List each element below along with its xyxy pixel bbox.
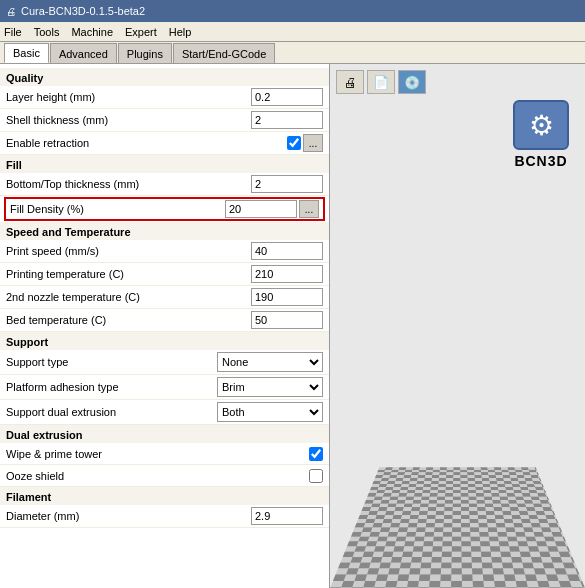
- tab-plugins[interactable]: Plugins: [118, 43, 172, 63]
- btn-fill-density-dots[interactable]: ...: [299, 200, 319, 218]
- row-platform-adhesion: Platform adhesion type None Brim Raft: [0, 375, 329, 400]
- left-panel: Quality Layer height (mm) Shell thicknes…: [0, 64, 330, 588]
- input-print-temp[interactable]: [251, 265, 323, 283]
- btn-retraction-dots[interactable]: ...: [303, 134, 323, 152]
- checkerboard-floor: [330, 467, 585, 588]
- row-print-speed: Print speed (mm/s): [0, 240, 329, 263]
- row-print-temp: Printing temperature (C): [0, 263, 329, 286]
- label-print-speed: Print speed (mm/s): [6, 245, 251, 257]
- select-support-type[interactable]: None Touching buildplate Everywhere: [217, 352, 323, 372]
- section-support: Support: [0, 332, 329, 350]
- input-bottom-top-thickness[interactable]: [251, 175, 323, 193]
- row-support-type: Support type None Touching buildplate Ev…: [0, 350, 329, 375]
- checkbox-enable-retraction[interactable]: [287, 136, 301, 150]
- select-platform-adhesion[interactable]: None Brim Raft: [217, 377, 323, 397]
- row-bed-temp: Bed temperature (C): [0, 309, 329, 332]
- main-layout: Quality Layer height (mm) Shell thicknes…: [0, 64, 585, 588]
- label-layer-height: Layer height (mm): [6, 91, 251, 103]
- title-bar: 🖨 Cura-BCN3D-0.1.5-beta2: [0, 0, 585, 22]
- label-print-temp: Printing temperature (C): [6, 268, 251, 280]
- input-fill-density[interactable]: [225, 200, 297, 218]
- section-quality: Quality: [0, 68, 329, 86]
- icon-disc: 💿: [398, 70, 426, 94]
- section-filament: Filament: [0, 487, 329, 505]
- label-wipe-prime: Wipe & prime tower: [6, 448, 309, 460]
- input-print-speed[interactable]: [251, 242, 323, 260]
- row-nozzle2-temp: 2nd nozzle temperature (C): [0, 286, 329, 309]
- input-shell-thickness[interactable]: [251, 111, 323, 129]
- row-layer-height: Layer height (mm): [0, 86, 329, 109]
- section-dual-extrusion: Dual extrusion: [0, 425, 329, 443]
- tab-advanced[interactable]: Advanced: [50, 43, 117, 63]
- menu-expert[interactable]: Expert: [125, 26, 157, 38]
- title-bar-text: Cura-BCN3D-0.1.5-beta2: [21, 5, 145, 17]
- label-support-dual-extrusion: Support dual extrusion: [6, 406, 217, 418]
- row-enable-retraction: Enable retraction ...: [0, 132, 329, 155]
- gear-icon: ⚙: [513, 100, 569, 150]
- label-diameter: Diameter (mm): [6, 510, 251, 522]
- label-bed-temp: Bed temperature (C): [6, 314, 251, 326]
- row-diameter: Diameter (mm): [0, 505, 329, 528]
- row-fill-density: Fill Density (%) ...: [4, 197, 325, 221]
- menu-bar: File Tools Machine Expert Help: [0, 22, 585, 42]
- input-bed-temp[interactable]: [251, 311, 323, 329]
- tab-bar: Basic Advanced Plugins Start/End-GCode: [0, 42, 585, 64]
- checkbox-wipe-prime[interactable]: [309, 447, 323, 461]
- row-bottom-top-thickness: Bottom/Top thickness (mm): [0, 173, 329, 196]
- logo-top-area: 🖨 📄 💿: [336, 70, 426, 94]
- menu-tools[interactable]: Tools: [34, 26, 60, 38]
- row-wipe-prime: Wipe & prime tower: [0, 443, 329, 465]
- label-shell-thickness: Shell thickness (mm): [6, 114, 251, 126]
- label-support-type: Support type: [6, 356, 217, 368]
- input-nozzle2-temp[interactable]: [251, 288, 323, 306]
- row-ooze-shield: Ooze shield: [0, 465, 329, 487]
- label-platform-adhesion: Platform adhesion type: [6, 381, 217, 393]
- input-diameter[interactable]: [251, 507, 323, 525]
- row-support-dual-extrusion: Support dual extrusion Both First extrud…: [0, 400, 329, 425]
- row-shell-thickness: Shell thickness (mm): [0, 109, 329, 132]
- title-bar-icon: 🖨: [6, 6, 16, 17]
- menu-machine[interactable]: Machine: [71, 26, 113, 38]
- menu-file[interactable]: File: [4, 26, 22, 38]
- section-fill: Fill: [0, 155, 329, 173]
- tab-startend[interactable]: Start/End-GCode: [173, 43, 275, 63]
- label-enable-retraction: Enable retraction: [6, 137, 287, 149]
- icon-printer: 🖨: [336, 70, 364, 94]
- bcn3d-text: BCN3D: [514, 153, 567, 169]
- label-ooze-shield: Ooze shield: [6, 470, 309, 482]
- select-support-dual-extrusion[interactable]: Both First extruder Second extruder: [217, 402, 323, 422]
- section-speed-temp: Speed and Temperature: [0, 222, 329, 240]
- label-bottom-top-thickness: Bottom/Top thickness (mm): [6, 178, 251, 190]
- menu-help[interactable]: Help: [169, 26, 192, 38]
- label-nozzle2-temp: 2nd nozzle temperature (C): [6, 291, 251, 303]
- tab-basic[interactable]: Basic: [4, 43, 49, 63]
- checkbox-ooze-shield[interactable]: [309, 469, 323, 483]
- icon-document: 📄: [367, 70, 395, 94]
- right-panel: 🖨 📄 💿 ⚙ BCN3D: [330, 64, 585, 588]
- label-fill-density: Fill Density (%): [10, 203, 225, 215]
- logo-icons-row: 🖨 📄 💿: [336, 70, 426, 94]
- input-layer-height[interactable]: [251, 88, 323, 106]
- bcn3d-logo: ⚙ BCN3D: [513, 100, 569, 169]
